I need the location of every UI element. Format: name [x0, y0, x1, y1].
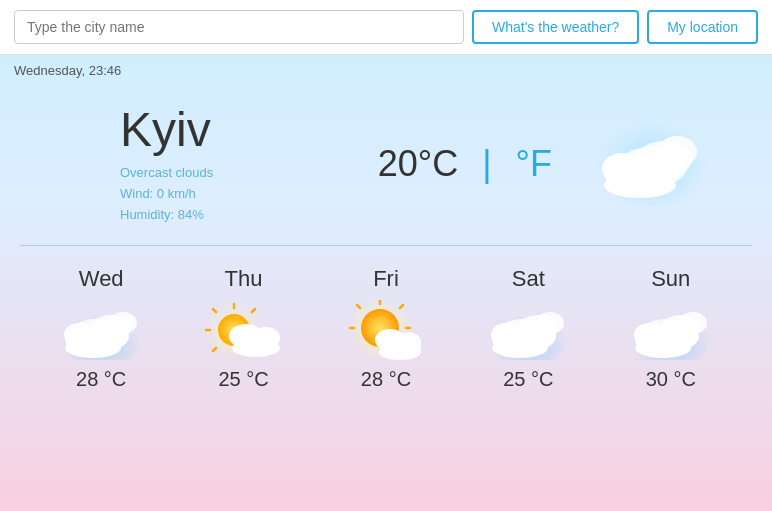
temp-divider: |	[482, 143, 491, 185]
city-name: Kyiv	[120, 102, 338, 157]
forecast-temp-sat: 25 °C	[503, 368, 553, 391]
forecast-day-fri: Fri	[346, 266, 426, 391]
temperature-section: 20°C | °F	[378, 143, 552, 185]
my-location-button[interactable]: My location	[647, 10, 758, 44]
day-label-sat: Sat	[512, 266, 545, 292]
forecast-temp-sun: 30 °C	[646, 368, 696, 391]
current-weather-icon	[592, 117, 712, 211]
day-label-fri: Fri	[373, 266, 399, 292]
forecast-day-sat: Sat 25 °C	[488, 266, 568, 391]
forecast-temp-thu: 25 °C	[218, 368, 268, 391]
forecast-day-wed: Wed 28 °C	[61, 266, 141, 391]
weather-description: Overcast clouds Wind: 0 km/h Humidity: 8…	[120, 163, 338, 225]
svg-point-7	[604, 172, 676, 198]
forecast-temp-wed: 28 °C	[76, 368, 126, 391]
city-input[interactable]	[14, 10, 464, 44]
svg-point-28	[232, 339, 280, 357]
city-info: Kyiv Overcast clouds Wind: 0 km/h Humidi…	[120, 102, 338, 225]
datetime: Wednesday, 23:46	[0, 55, 772, 82]
top-bar: What's the weather? My location	[0, 0, 772, 55]
forecast-day-sun: Sun 30 °C	[631, 266, 711, 391]
svg-point-56	[635, 338, 691, 358]
svg-point-40	[379, 344, 421, 360]
day-label-wed: Wed	[79, 266, 124, 292]
day-label-thu: Thu	[225, 266, 263, 292]
forecast-section: Wed 28 °C Thu	[0, 246, 772, 401]
day-label-sun: Sun	[651, 266, 690, 292]
temp-celsius: 20°C	[378, 143, 458, 185]
current-weather: Kyiv Overcast clouds Wind: 0 km/h Humidi…	[0, 82, 772, 245]
whats-weather-button[interactable]: What's the weather?	[472, 10, 639, 44]
svg-point-48	[492, 338, 548, 358]
svg-line-22	[213, 309, 216, 312]
svg-point-15	[65, 338, 121, 358]
forecast-temp-fri: 28 °C	[361, 368, 411, 391]
forecast-day-thu: Thu	[204, 266, 284, 391]
svg-line-19	[252, 309, 255, 312]
temp-fahrenheit[interactable]: °F	[516, 143, 552, 185]
